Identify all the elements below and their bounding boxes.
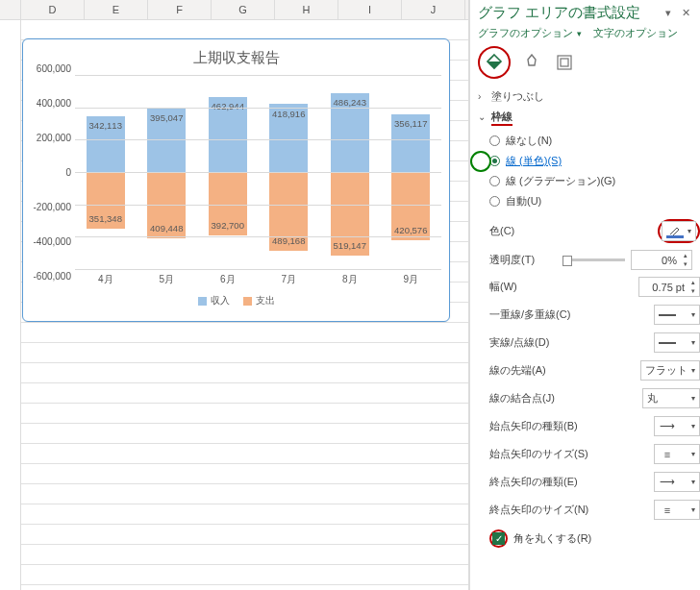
color-picker-button[interactable]: ▾ xyxy=(662,221,696,241)
prop-begin-arrow-type: 始点矢印の種類(B) ⟶▾ xyxy=(470,412,700,440)
column-headers: D E F G H I J xyxy=(0,0,468,20)
prop-cap: 線の先端(A) フラット▾ xyxy=(470,356,700,384)
close-icon[interactable]: ✕ xyxy=(677,5,694,22)
col-header[interactable]: J xyxy=(402,0,465,19)
col-header[interactable]: D xyxy=(21,0,85,19)
svg-marker-0 xyxy=(528,55,536,65)
radio-line-none[interactable]: 線なし(N) xyxy=(489,131,694,151)
section-border[interactable]: ⌄枠線 xyxy=(478,107,692,127)
embedded-chart[interactable]: 上期収支報告 -600,000-400,000-200,0000200,0004… xyxy=(22,38,450,322)
end-arrow-size-dropdown[interactable]: ≡▾ xyxy=(654,500,700,520)
format-pane: グラフ エリアの書式設定 ▾ ✕ グラフのオプション▾ 文字のオプション ›塗り… xyxy=(469,0,700,590)
col-header[interactable]: G xyxy=(212,0,275,19)
tab-text-options[interactable]: 文字のオプション xyxy=(593,26,678,40)
cap-dropdown[interactable]: フラット▾ xyxy=(640,360,700,381)
size-properties-icon[interactable] xyxy=(553,51,576,74)
compound-dropdown[interactable]: ▾ xyxy=(654,305,700,325)
col-header[interactable]: F xyxy=(148,0,212,19)
prop-transparency: 透明度(T) 0% ▴▾ xyxy=(470,247,700,273)
fill-line-icon[interactable] xyxy=(478,46,511,79)
chart-legend: 収入 支出 xyxy=(23,294,449,307)
prop-compound: 一重線/多重線(C) ▾ xyxy=(470,301,700,329)
svg-rect-1 xyxy=(558,56,571,69)
x-axis-labels: 4月5月6月7月8月9月 xyxy=(75,273,441,286)
prop-join: 線の結合点(J) 丸▾ xyxy=(470,384,700,412)
width-spinner[interactable]: 0.75 pt ▴▾ xyxy=(638,277,700,297)
join-dropdown[interactable]: 丸▾ xyxy=(642,388,700,408)
end-arrow-type-dropdown[interactable]: ⟶▾ xyxy=(654,472,700,492)
prop-end-arrow-type: 終点矢印の種類(E) ⟶▾ xyxy=(470,468,700,496)
transparency-slider[interactable] xyxy=(562,258,625,261)
radio-line-solid[interactable]: 線 (単色)(S) xyxy=(489,151,694,171)
prop-begin-arrow-size: 始点矢印のサイズ(S) ≡▾ xyxy=(470,440,700,468)
begin-arrow-size-dropdown[interactable]: ≡▾ xyxy=(654,444,700,464)
tab-chart-options[interactable]: グラフのオプション▾ xyxy=(478,26,582,40)
begin-arrow-type-dropdown[interactable]: ⟶▾ xyxy=(654,416,700,436)
prop-end-arrow-size: 終点矢印のサイズ(N) ≡▾ xyxy=(470,496,700,524)
pane-title: グラフ エリアの書式設定 xyxy=(478,4,660,22)
prop-dash: 実線/点線(D) ▾ xyxy=(470,329,700,356)
transparency-spinner[interactable]: 0% ▴▾ xyxy=(631,250,692,270)
chart-title: 上期収支報告 xyxy=(23,39,449,71)
rounded-corners-checkbox[interactable] xyxy=(492,532,505,545)
col-header[interactable]: I xyxy=(338,0,402,19)
radio-line-auto[interactable]: 自動(U) xyxy=(489,191,694,211)
section-fill[interactable]: ›塗りつぶし xyxy=(478,86,692,107)
col-header[interactable]: H xyxy=(275,0,338,19)
plot-area: -600,000-400,000-200,0000200,000400,0006… xyxy=(75,75,441,269)
spreadsheet-area: D E F G H I J 上期収支報告 -600,000-400,000-20… xyxy=(0,0,469,590)
effects-icon[interactable] xyxy=(520,51,543,74)
prop-rounded-corners[interactable]: 角を丸くする(R) xyxy=(470,524,700,553)
radio-line-gradient[interactable]: 線 (グラデーション)(G) xyxy=(489,171,694,191)
col-header[interactable]: E xyxy=(85,0,148,19)
pane-options-icon[interactable]: ▾ xyxy=(660,5,677,22)
dash-dropdown[interactable]: ▾ xyxy=(654,332,700,353)
svg-rect-2 xyxy=(561,59,568,66)
prop-color: 色(C) ▾ xyxy=(470,215,700,247)
prop-width: 幅(W) 0.75 pt ▴▾ xyxy=(470,273,700,301)
